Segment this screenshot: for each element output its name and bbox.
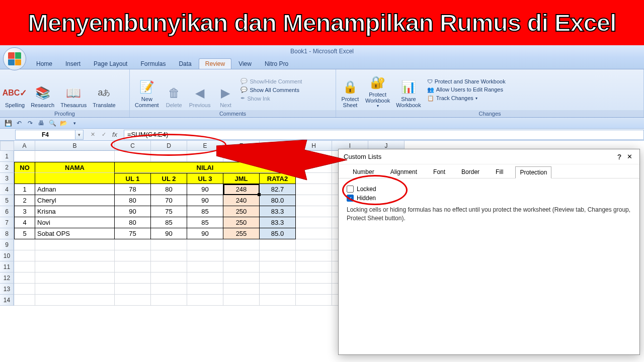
cell-jml[interactable]: 240: [223, 195, 260, 206]
quick-print-button[interactable]: 🖶: [37, 119, 45, 127]
cell-rata[interactable]: 85.0: [260, 228, 296, 239]
row-header-8[interactable]: 8: [0, 228, 14, 239]
header-nama[interactable]: [35, 173, 115, 184]
cell-empty[interactable]: [187, 261, 223, 273]
row-headers[interactable]: 1234567891011121314: [0, 151, 14, 306]
cell-empty[interactable]: [187, 151, 223, 162]
cell-empty[interactable]: [296, 273, 332, 284]
cell-ul2[interactable]: 85: [151, 217, 187, 228]
cell-empty[interactable]: [35, 239, 115, 250]
cell-empty[interactable]: [14, 295, 35, 306]
cell-nama[interactable]: Adnan: [35, 184, 115, 195]
research-button[interactable]: 📚Research: [29, 71, 56, 109]
cell-empty[interactable]: [296, 184, 332, 195]
locked-checkbox-row[interactable]: Locked: [347, 186, 631, 193]
cell-empty[interactable]: [151, 284, 187, 295]
cell-nama[interactable]: Sobat OPS: [35, 228, 115, 239]
row-header-4[interactable]: 4: [0, 184, 14, 195]
cell-empty[interactable]: [35, 295, 115, 306]
tab-page-layout[interactable]: Page Layout: [88, 59, 133, 69]
cell-empty[interactable]: [151, 273, 187, 284]
hidden-checkbox[interactable]: ✓: [347, 195, 354, 202]
cell-empty[interactable]: [115, 273, 151, 284]
cell-rata[interactable]: 83.3: [260, 206, 296, 217]
column-header-B[interactable]: B: [35, 141, 115, 151]
enter-formula-button[interactable]: ✓: [99, 130, 109, 139]
cell-rata[interactable]: 83.3: [260, 217, 296, 228]
cell-empty[interactable]: [35, 273, 115, 284]
tab-formulas[interactable]: Formulas: [134, 59, 172, 69]
cell-ul1[interactable]: 90: [115, 206, 151, 217]
cell-empty[interactable]: [115, 151, 151, 162]
cell-rata[interactable]: 82.7: [260, 184, 296, 195]
dialog-tab-border[interactable]: Border: [457, 166, 484, 178]
cell-empty[interactable]: [115, 250, 151, 261]
cell-ul1[interactable]: 75: [115, 228, 151, 239]
cell-ul3[interactable]: 85: [187, 217, 223, 228]
cell-nama[interactable]: Krisna: [35, 206, 115, 217]
cell-empty[interactable]: [151, 261, 187, 273]
cell-jml[interactable]: 250: [223, 206, 260, 217]
row-header-11[interactable]: 11: [0, 261, 14, 273]
cancel-formula-button[interactable]: ✕: [88, 130, 98, 139]
cell-empty[interactable]: [187, 284, 223, 295]
cell-no[interactable]: 3: [14, 206, 35, 217]
dialog-help-button[interactable]: ?: [614, 153, 624, 161]
cell-jml[interactable]: 248: [223, 184, 260, 195]
row-header-14[interactable]: 14: [0, 295, 14, 306]
show-ink-button[interactable]: ✒Show Ink: [238, 95, 304, 102]
office-button[interactable]: [3, 47, 26, 70]
tab-view[interactable]: View: [232, 59, 258, 69]
next-comment-button[interactable]: ▶Next: [214, 71, 236, 109]
allow-edit-ranges-button[interactable]: 👥Allow Users to Edit Ranges: [425, 86, 508, 94]
header-jml[interactable]: JML: [223, 173, 260, 184]
header-ul2[interactable]: UL 2: [151, 173, 187, 184]
cell-jml[interactable]: 255: [223, 228, 260, 239]
cell-ul2[interactable]: 80: [151, 184, 187, 195]
column-header-G[interactable]: G: [260, 141, 296, 151]
cell-empty[interactable]: [223, 239, 260, 250]
cell-nama[interactable]: Cheryl: [35, 195, 115, 206]
cell-empty[interactable]: [187, 250, 223, 261]
qat-dropdown[interactable]: ▾: [70, 119, 78, 127]
open-button[interactable]: 📂: [59, 119, 67, 127]
fill-handle[interactable]: [258, 193, 261, 196]
cell-empty[interactable]: [14, 151, 35, 162]
row-header-5[interactable]: 5: [0, 195, 14, 206]
previous-comment-button[interactable]: ◀Previous: [187, 71, 213, 109]
cell-empty[interactable]: [260, 295, 296, 306]
cell-empty[interactable]: [223, 273, 260, 284]
dialog-close-button[interactable]: ✕: [624, 152, 634, 162]
column-header-E[interactable]: E: [187, 141, 223, 151]
hidden-checkbox-row[interactable]: ✓ Hidden: [347, 195, 631, 202]
delete-comment-button[interactable]: 🗑Delete: [163, 71, 185, 109]
dialog-tab-protection[interactable]: Protection: [515, 166, 551, 178]
translate-button[interactable]: aあTranslate: [91, 71, 117, 109]
track-changes-button[interactable]: 📋Track Changes ▾: [425, 95, 508, 102]
thesaurus-button[interactable]: 📖Thesaurus: [58, 71, 89, 109]
column-header-H[interactable]: H: [296, 141, 332, 151]
undo-button[interactable]: ↶: [15, 119, 23, 127]
cell-empty[interactable]: [223, 284, 260, 295]
cell-empty[interactable]: [115, 295, 151, 306]
cell-empty[interactable]: [260, 261, 296, 273]
cell-empty[interactable]: [35, 250, 115, 261]
cell-empty[interactable]: [260, 250, 296, 261]
header-nilai[interactable]: NILAI: [115, 162, 296, 173]
cell-empty[interactable]: [35, 151, 115, 162]
select-all-corner[interactable]: [0, 141, 14, 151]
cell-empty[interactable]: [296, 151, 332, 162]
cell-empty[interactable]: [296, 295, 332, 306]
cell-empty[interactable]: [35, 261, 115, 273]
cell-nama[interactable]: Novi: [35, 217, 115, 228]
column-header-A[interactable]: A: [14, 141, 35, 151]
cell-empty[interactable]: [223, 250, 260, 261]
cell-no[interactable]: 1: [14, 184, 35, 195]
dialog-tab-font[interactable]: Font: [429, 166, 449, 178]
header-nama[interactable]: NAMA: [35, 162, 115, 173]
cell-rata[interactable]: 80.0: [260, 195, 296, 206]
cell-empty[interactable]: [296, 173, 332, 184]
cell-empty[interactable]: [296, 206, 332, 217]
cell-empty[interactable]: [151, 295, 187, 306]
row-header-6[interactable]: 6: [0, 206, 14, 217]
